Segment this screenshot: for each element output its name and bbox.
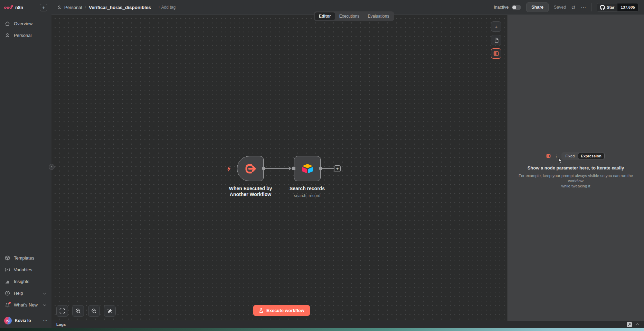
workflow-status-label: Inactive <box>494 5 509 10</box>
new-workflow-button[interactable]: + <box>40 4 47 11</box>
chevron-down-icon <box>43 303 46 306</box>
avatar: KI <box>4 317 12 324</box>
sidebar-item-insights[interactable]: Insights <box>0 275 51 287</box>
sidebar-item-label: Overview <box>14 21 32 26</box>
user-menu[interactable]: KI Kovia Io ⋯ <box>0 313 51 328</box>
airtable-icon <box>301 162 314 175</box>
focus-panel-title: Show a node parameter here, to iterate e… <box>508 165 644 171</box>
workflow-canvas[interactable]: + When Executed by Another Workflow Sear… <box>51 15 507 321</box>
saved-status: Saved <box>554 5 566 10</box>
output-endpoint[interactable] <box>319 167 322 170</box>
header-divider <box>591 3 591 11</box>
focus-panel-toggle-button[interactable] <box>491 48 501 59</box>
user-icon <box>5 33 10 38</box>
variables-icon <box>5 267 10 272</box>
expand-logs-icon[interactable] <box>636 323 639 327</box>
open-logs-popout-icon[interactable] <box>627 322 632 327</box>
user-options-icon[interactable]: ⋯ <box>43 318 47 323</box>
trigger-bolt-icon <box>226 166 231 172</box>
home-icon <box>5 21 10 26</box>
canvas-controls <box>56 305 116 317</box>
notification-dot <box>9 302 11 304</box>
sidebar-item-label: Variables <box>14 267 32 272</box>
sidebar-header: n8n + <box>0 0 51 15</box>
input-endpoint[interactable] <box>292 167 295 170</box>
breadcrumb-separator: / <box>85 5 86 10</box>
user-name: Kovia Io <box>15 318 31 323</box>
tab-executions[interactable]: Executions <box>335 12 364 20</box>
n8n-logo-icon <box>4 5 13 10</box>
bell-icon <box>5 302 10 308</box>
sidebar-item-personal[interactable]: Personal <box>0 29 51 41</box>
zoom-add-node-button[interactable]: + <box>491 21 501 32</box>
project-icon <box>57 5 61 10</box>
sidebar-item-whats-new[interactable]: What's New <box>0 299 51 311</box>
zoom-out-button[interactable] <box>88 305 100 317</box>
focus-panel-controls: ⋮ Fixed Expression <box>508 152 644 160</box>
breadcrumb-project[interactable]: Personal <box>64 5 82 10</box>
add-tag-button[interactable]: + Add tag <box>158 5 176 10</box>
share-button[interactable]: Share <box>526 2 549 12</box>
mouse-cursor-icon <box>558 158 562 164</box>
collapse-sidebar-button[interactable]: ‹ <box>49 164 55 170</box>
fit-view-button[interactable] <box>56 305 68 317</box>
zoom-in-button[interactable] <box>72 305 84 317</box>
focus-panel-subtitle: For example, keep your prompt always vis… <box>514 173 637 189</box>
sidebar-item-templates[interactable]: Templates <box>0 252 51 264</box>
sidebar-item-help[interactable]: ? Help <box>0 287 51 299</box>
node-label-search: Search records search: record <box>273 186 342 199</box>
sidebar-item-label: Help <box>14 291 23 296</box>
history-icon[interactable]: ↺ <box>571 5 576 10</box>
fixed-option[interactable]: Fixed <box>562 153 578 159</box>
focus-panel: ⋮ Fixed Expression Show a node parameter… <box>507 15 644 321</box>
output-endpoint[interactable] <box>262 167 265 170</box>
execute-workflow-button[interactable]: Execute workflow <box>253 305 310 316</box>
help-icon: ? <box>5 291 10 296</box>
sidebar-item-overview[interactable]: Overview <box>0 18 51 29</box>
sidebar-item-label: What's New <box>14 302 38 308</box>
header-actions: Inactive Share Saved ↺ ⋯ Star 137,605 <box>494 2 638 12</box>
box-icon <box>5 255 10 261</box>
sidebar-item-label: Templates <box>14 255 34 261</box>
sidebar-item-variables[interactable]: Variables <box>0 264 51 275</box>
svg-text:?: ? <box>7 292 8 295</box>
logs-title: Logs <box>56 322 66 327</box>
toggle-knob <box>512 6 516 9</box>
sidebar-item-label: Personal <box>14 33 31 38</box>
activate-toggle[interactable] <box>512 5 521 10</box>
view-tabs: Editor Executions Evaluations <box>314 11 394 21</box>
execute-workflow-trigger-icon <box>244 162 257 176</box>
chevron-down-icon <box>43 291 46 294</box>
node-search-records[interactable] <box>294 156 321 181</box>
expression-option[interactable]: Expression <box>578 153 604 159</box>
github-star-widget[interactable]: Star 137,605 <box>597 3 638 12</box>
panel-icon[interactable] <box>546 154 551 158</box>
logs-bar[interactable]: Logs <box>51 321 644 328</box>
sidebar-item-label: Insights <box>14 279 29 284</box>
github-icon <box>600 5 605 10</box>
sticky-note-button[interactable] <box>491 35 501 45</box>
connection-arrow <box>289 167 292 170</box>
node-subtitle: search: record <box>273 193 342 199</box>
fixed-expression-toggle: Fixed Expression <box>561 152 605 160</box>
github-star-label: Star <box>607 5 614 9</box>
node-when-executed-by-another-workflow[interactable] <box>237 156 264 181</box>
github-star-count: 137,605 <box>617 3 638 12</box>
desktop-background-strip <box>0 328 644 331</box>
connection-line[interactable] <box>321 168 334 169</box>
bar-chart-icon <box>5 279 10 284</box>
flask-icon <box>259 308 264 313</box>
tab-editor[interactable]: Editor <box>315 12 335 20</box>
add-node-button[interactable]: + <box>334 165 341 172</box>
app-title: n8n <box>15 5 23 10</box>
tidy-up-button[interactable] <box>104 305 116 317</box>
sidebar-nav-top: Overview Personal <box>0 15 51 41</box>
sidebar: n8n + Overview Personal <box>0 0 51 328</box>
breadcrumb: Personal / Verificar_horas_disponibles +… <box>57 5 176 10</box>
tab-evaluations[interactable]: Evaluations <box>363 12 393 20</box>
workflow-name[interactable]: Verificar_horas_disponibles <box>89 5 151 10</box>
connection-line[interactable] <box>264 168 290 169</box>
more-options-icon[interactable]: ⋯ <box>581 5 586 10</box>
sidebar-nav-bottom: Templates Variables Insights ? <box>0 252 51 313</box>
